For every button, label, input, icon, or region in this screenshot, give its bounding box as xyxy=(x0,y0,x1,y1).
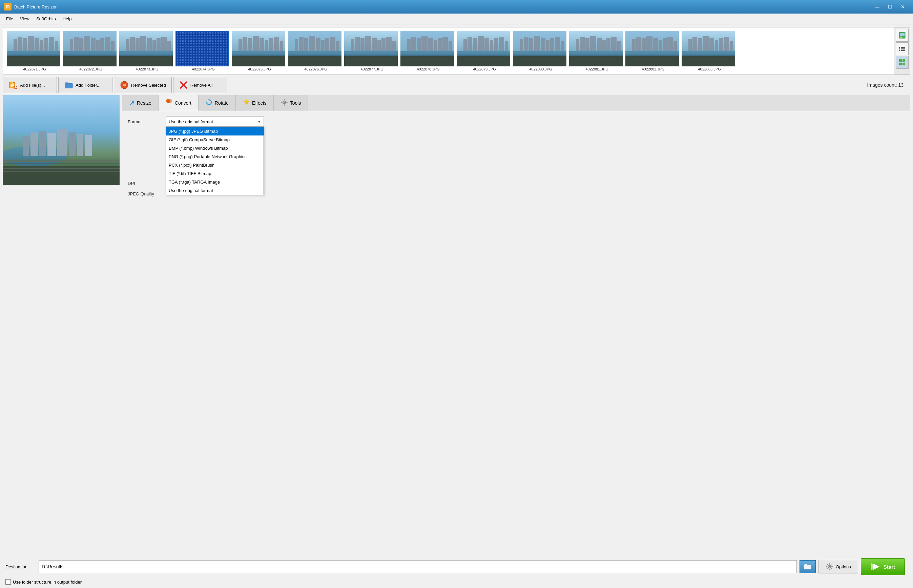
svg-point-39 xyxy=(182,32,184,34)
svg-rect-325 xyxy=(274,37,279,51)
folder-structure-checkbox[interactable] xyxy=(5,579,11,585)
gallery-item[interactable]: _4022871.JPG xyxy=(6,31,61,71)
gallery-item[interactable]: _4022883.JPG xyxy=(681,31,735,71)
gallery-item[interactable]: _4022879.JPG xyxy=(456,31,511,71)
minimize-button[interactable]: — xyxy=(871,2,883,11)
format-option[interactable]: TIF (*.tif) TIFF Bitmap xyxy=(166,170,263,178)
format-option[interactable]: Use the original format xyxy=(166,186,263,195)
svg-point-151 xyxy=(215,46,217,47)
format-option[interactable]: PNG (*.png) Portable Network Graphics xyxy=(166,152,263,161)
svg-point-167 xyxy=(204,48,206,50)
tab-rotate[interactable]: Rotate xyxy=(199,95,236,111)
gallery-item[interactable]: _4022881.JPG xyxy=(569,31,623,71)
svg-rect-332 xyxy=(304,38,308,51)
gallery-item-label: _4022876.JPG xyxy=(302,67,327,71)
view-image-icon[interactable] xyxy=(896,29,908,42)
menu-view[interactable]: View xyxy=(16,15,33,23)
svg-rect-337 xyxy=(330,37,335,51)
svg-point-160 xyxy=(185,48,187,50)
svg-point-82 xyxy=(191,37,192,39)
gallery-item-label: _4022873.JPG xyxy=(134,67,158,71)
svg-point-68 xyxy=(207,35,208,37)
svg-point-207 xyxy=(204,54,206,55)
gallery-item[interactable]: _4022876.JPG xyxy=(288,31,342,71)
svg-point-198 xyxy=(179,54,181,55)
svg-point-43 xyxy=(193,32,195,34)
svg-rect-368 xyxy=(473,38,477,51)
svg-point-195 xyxy=(226,51,227,53)
svg-rect-405 xyxy=(646,36,653,51)
format-dropdown[interactable]: Use the original format ▼ xyxy=(166,116,264,127)
svg-point-281 xyxy=(188,65,189,66)
tab-convert[interactable]: Convert xyxy=(158,95,199,111)
options-button[interactable]: Options xyxy=(818,560,858,573)
svg-rect-34 xyxy=(119,55,173,66)
format-option[interactable]: BMP (*.bmp) Windows Bitmap xyxy=(166,144,263,152)
start-label: Start xyxy=(884,564,895,570)
svg-point-69 xyxy=(209,35,211,37)
tab-tools[interactable]: Tools xyxy=(274,95,308,111)
tab-effects[interactable]: Effects xyxy=(236,95,274,111)
add-files-button[interactable]: Add File(s)... xyxy=(3,77,57,93)
format-option[interactable]: GIF (*.gif) CompuServe Bitmap xyxy=(166,136,263,144)
svg-point-165 xyxy=(199,48,200,50)
format-option[interactable]: JPG (*.jpg) JPEG Bitmap xyxy=(166,127,263,136)
add-folder-button[interactable]: Add Folder... xyxy=(58,77,113,93)
svg-rect-340 xyxy=(288,51,341,56)
remove-all-button[interactable]: Remove All xyxy=(173,77,227,93)
svg-point-145 xyxy=(199,46,200,47)
maximize-button[interactable]: ☐ xyxy=(884,2,896,11)
format-option[interactable]: TGA (*.tga) TARGA Image xyxy=(166,178,263,186)
svg-rect-419 xyxy=(715,40,718,51)
start-button[interactable]: Start xyxy=(861,558,905,575)
svg-point-107 xyxy=(204,40,206,42)
menu-help[interactable]: Help xyxy=(59,15,75,23)
gallery-item[interactable]: _4022880.JPG xyxy=(512,31,567,71)
svg-rect-334 xyxy=(316,37,320,51)
gallery-item-label: _4022883.JPG xyxy=(696,67,721,71)
svg-point-238 xyxy=(179,59,181,61)
svg-point-47 xyxy=(204,32,206,34)
gallery-item[interactable]: _4022873.JPG xyxy=(119,31,173,71)
gallery-item[interactable]: _4022872.JPG xyxy=(63,31,117,71)
svg-point-60 xyxy=(185,35,187,37)
tab-tools-label: Tools xyxy=(290,100,301,106)
svg-point-274 xyxy=(223,62,225,64)
destination-input[interactable] xyxy=(39,560,797,573)
view-grid-icon[interactable] xyxy=(896,56,908,69)
svg-point-133 xyxy=(220,43,222,45)
tab-effects-label: Effects xyxy=(252,100,267,106)
resize-icon: ↗ xyxy=(129,99,135,107)
gallery-item[interactable]: _4022875.JPG xyxy=(231,31,286,71)
svg-point-250 xyxy=(212,59,214,61)
svg-point-217 xyxy=(177,57,179,58)
window-controls: — ☐ ✕ xyxy=(871,2,909,11)
gallery-item[interactable]: _4022882.JPG xyxy=(625,31,679,71)
svg-rect-392 xyxy=(585,38,590,51)
gallery-item[interactable]: _4022874.JPG xyxy=(175,31,229,71)
menu-softorbits[interactable]: SoftOrbits xyxy=(33,15,59,23)
svg-point-174 xyxy=(223,48,225,50)
format-option[interactable]: PCX (*.pcx) PaintBrush xyxy=(166,161,263,170)
svg-rect-350 xyxy=(392,41,396,51)
gallery-item-label: _4022880.JPG xyxy=(527,67,552,71)
svg-rect-404 xyxy=(642,38,646,51)
remove-selected-button[interactable]: Remove Selected xyxy=(114,77,172,93)
svg-point-177 xyxy=(177,51,179,53)
menu-file[interactable]: File xyxy=(3,15,16,23)
destination-browse-button[interactable] xyxy=(800,560,816,573)
view-list-icon[interactable] xyxy=(896,42,908,55)
svg-rect-464 xyxy=(3,168,120,169)
svg-point-66 xyxy=(201,35,203,37)
svg-rect-429 xyxy=(901,47,905,48)
svg-point-220 xyxy=(185,57,187,58)
gallery-item-label: _4022874.JPG xyxy=(190,67,215,71)
svg-point-189 xyxy=(209,51,211,53)
tab-resize[interactable]: ↗ Resize xyxy=(122,95,158,111)
svg-rect-27 xyxy=(136,38,140,51)
gallery-item[interactable]: _4022877.JPG xyxy=(344,31,398,71)
close-button[interactable]: ✕ xyxy=(897,2,909,11)
svg-point-123 xyxy=(193,43,195,45)
svg-point-269 xyxy=(209,62,211,64)
gallery-item[interactable]: _4022878.JPG xyxy=(400,31,454,71)
